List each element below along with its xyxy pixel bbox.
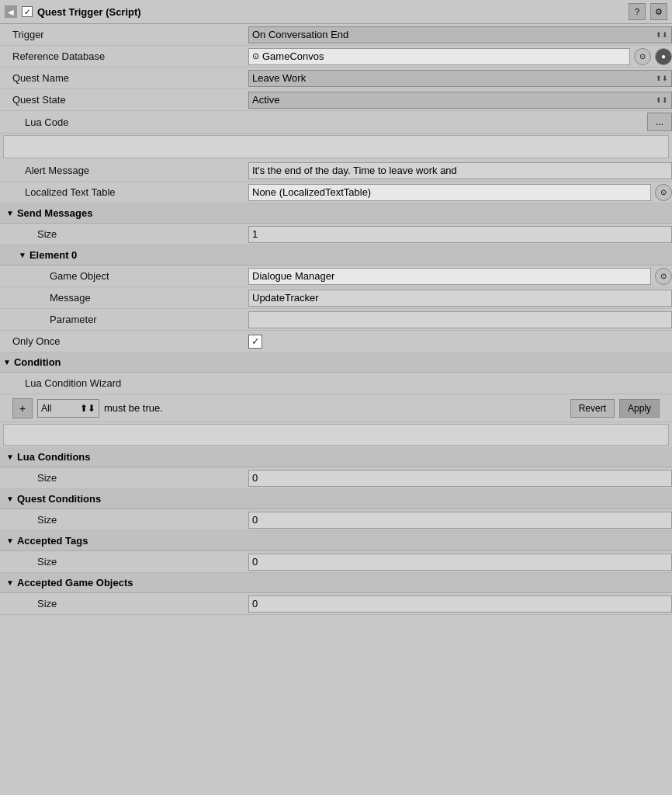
enable-checkbox[interactable]: ✓ (22, 6, 33, 17)
localizedtxt-row: Localized Text Table None (LocalizedText… (0, 182, 672, 203)
luacondwiz-label: Lua Condition Wizard (0, 377, 248, 389)
size-label: Size (0, 228, 248, 240)
dropdown-arrow-icon: ⬆⬇ (656, 31, 668, 39)
queststate-dropdown[interactable]: Active ⬆⬇ (248, 92, 672, 109)
condition-section-header: ▼ Condition (0, 352, 672, 373)
title-bar: ◀ ✓ Quest Trigger (Script) ? ⚙ (0, 0, 672, 24)
alertmsg-value-container: It's the end of the day. Time to leave w… (248, 162, 672, 179)
add-condition-btn[interactable]: + (12, 398, 33, 418)
condition-controls-row: + All ⬆⬇ must be true. Revert Apply (0, 394, 672, 422)
luacond-size-label: Size (0, 472, 248, 484)
parameter-field[interactable] (248, 311, 672, 328)
acceptedtags-size-field[interactable]: 0 (248, 554, 672, 571)
acceptedgameobj-section-header: ▼ Accepted Game Objects (0, 573, 672, 593)
acceptedgameobj-size-label: Size (0, 598, 248, 609)
message-label: Message (0, 292, 248, 304)
questcond-size-field[interactable]: 0 (248, 512, 672, 529)
luacond-size-row: Size 0 (0, 467, 672, 489)
parameter-value-container (248, 311, 672, 328)
onlyonce-value-container: ✓ (248, 335, 672, 349)
questcond-label: Quest Conditions (17, 493, 101, 505)
questcond-size-value-container: 0 (248, 512, 672, 529)
element0-label: Element 0 (29, 249, 77, 261)
gameobj-target-btn[interactable]: ⊙ (655, 268, 672, 285)
luacode-edit-btn[interactable]: ... (647, 113, 672, 131)
alertmsg-label: Alert Message (0, 165, 248, 176)
all-dropdown-arrow-icon: ⬆⬇ (80, 403, 95, 414)
settings-button[interactable]: ⚙ (650, 3, 667, 20)
questname-arrow-icon: ⬆⬇ (656, 75, 668, 82)
questcond-section-header: ▼ Quest Conditions (0, 489, 672, 509)
questcond-size-row: Size 0 (0, 509, 672, 531)
acceptedtags-size-row: Size 0 (0, 551, 672, 573)
acceptedgameobj-collapse-icon[interactable]: ▼ (6, 578, 14, 587)
luacond-size-field[interactable]: 0 (248, 470, 672, 487)
trigger-row: Trigger On Conversation End ⬆⬇ (0, 24, 672, 46)
condition-collapse-icon[interactable]: ▼ (3, 358, 11, 366)
luacode-value-container: ... (248, 113, 672, 131)
message-row: Message UpdateTracker (0, 287, 672, 309)
acceptedtags-size-label: Size (0, 556, 248, 568)
luacode-label: Lua Code (0, 116, 248, 128)
alertmsg-field[interactable]: It's the end of the day. Time to leave w… (248, 162, 672, 179)
parameter-label: Parameter (0, 314, 248, 325)
luacond-size-value-container: 0 (248, 470, 672, 487)
onlyonce-row: Only Once ✓ (0, 331, 672, 352)
element0-collapse-icon[interactable]: ▼ (19, 251, 26, 259)
acceptedtags-collapse-icon[interactable]: ▼ (6, 536, 14, 545)
acceptedgameobj-size-row: Size 0 (0, 593, 672, 615)
localizedtxt-label: Localized Text Table (0, 186, 248, 198)
sendmsg-label: Send Messages (17, 207, 93, 219)
acceptedtags-section-header: ▼ Accepted Tags (0, 531, 672, 551)
luacondwiz-row: Lua Condition Wizard (0, 373, 672, 394)
queststate-arrow-icon: ⬆⬇ (656, 96, 668, 104)
gameobj-label: Game Object (0, 270, 248, 282)
all-dropdown[interactable]: All ⬆⬇ (37, 399, 99, 418)
acceptedgameobj-size-field[interactable]: 0 (248, 595, 672, 613)
onlyonce-checkbox[interactable]: ✓ (248, 335, 262, 349)
questname-row: Quest Name Leave Work ⬆⬇ (0, 68, 672, 89)
sendmsg-size-row: Size 1 (0, 224, 672, 245)
localizedtxt-target-btn[interactable]: ⊙ (655, 184, 672, 201)
questname-dropdown[interactable]: Leave Work ⬆⬇ (248, 70, 672, 87)
parameter-row: Parameter (0, 309, 672, 331)
component-title: Quest Trigger (Script) (37, 6, 624, 18)
luaconditions-collapse-icon[interactable]: ▼ (6, 453, 14, 461)
refdb-value-container: ⊙ GameConvos ⊙ ● (248, 48, 672, 65)
refdb-label: Reference Database (0, 50, 248, 62)
acceptedgameobj-size-value-container: 0 (248, 595, 672, 613)
trigger-value-container: On Conversation End ⬆⬇ (248, 26, 672, 43)
help-button[interactable]: ? (629, 3, 646, 20)
alertmsg-row: Alert Message It's the end of the day. T… (0, 160, 672, 182)
onlyonce-label: Only Once (0, 335, 248, 347)
questname-label: Quest Name (0, 72, 248, 84)
acceptedgameobj-label: Accepted Game Objects (17, 577, 133, 588)
lua-condition-textarea[interactable] (3, 424, 669, 446)
gameobj-field: Dialogue Manager (248, 268, 651, 285)
luaconditions-label: Lua Conditions (17, 451, 91, 463)
refdb-select-btn[interactable]: ● (655, 48, 672, 65)
refdb-target-btn[interactable]: ⊙ (634, 48, 651, 65)
queststate-row: Quest State Active ⬆⬇ (0, 89, 672, 111)
size-field[interactable]: 1 (248, 226, 672, 243)
refdb-field: ⊙ GameConvos (248, 48, 630, 65)
trigger-dropdown[interactable]: On Conversation End ⬆⬇ (248, 26, 672, 43)
trigger-label: Trigger (0, 29, 248, 40)
condition-label: Condition (14, 356, 61, 368)
apply-button[interactable]: Apply (619, 399, 660, 418)
queststate-value-container: Active ⬆⬇ (248, 92, 672, 109)
mustbetrue-text: must be true. (104, 402, 163, 414)
questname-value-container: Leave Work ⬆⬇ (248, 70, 672, 87)
revert-button[interactable]: Revert (570, 399, 615, 418)
localizedtxt-value-container: None (LocalizedTextTable) ⊙ (248, 184, 672, 201)
questcond-collapse-icon[interactable]: ▼ (6, 495, 14, 503)
acceptedtags-size-value-container: 0 (248, 554, 672, 571)
refdb-row: Reference Database ⊙ GameConvos ⊙ ● (0, 46, 672, 68)
back-icon[interactable]: ◀ (5, 5, 17, 18)
sendmsg-collapse-icon[interactable]: ▼ (6, 209, 14, 217)
gameobj-row: Game Object Dialogue Manager ⊙ (0, 266, 672, 287)
luacode-textarea[interactable] (3, 135, 669, 158)
luacode-row: Lua Code ... (0, 111, 672, 134)
size-value-container: 1 (248, 226, 672, 243)
message-field[interactable]: UpdateTracker (248, 290, 672, 307)
